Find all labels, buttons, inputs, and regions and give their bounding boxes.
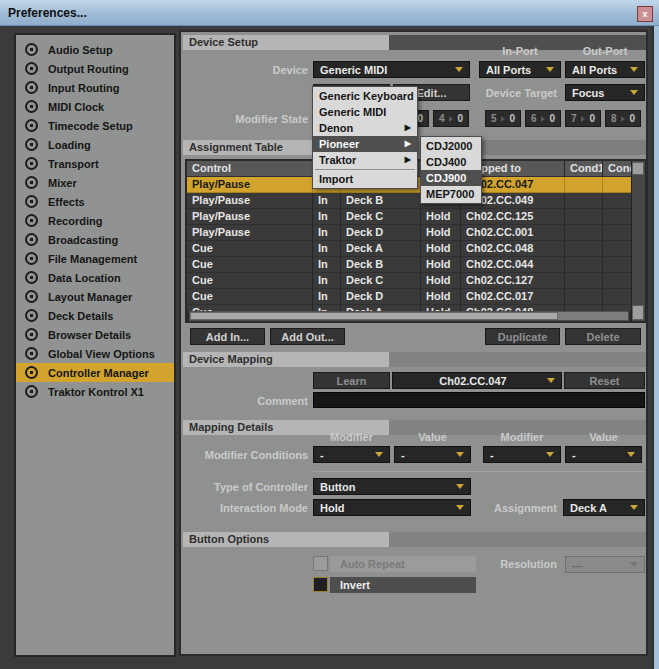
submenu-item-cdj2000[interactable]: CDJ2000 (421, 138, 481, 154)
assignment-select[interactable]: Deck A (563, 499, 645, 516)
radio-icon (25, 233, 38, 246)
button-options-header: Button Options (183, 532, 389, 547)
device-select[interactable]: Generic MIDI (313, 61, 470, 78)
sidebar-item-label: Transport (48, 158, 99, 170)
chevron-down-icon (630, 67, 638, 72)
table-row[interactable]: Cue In Deck C Hold Ch02.CC.127 (187, 273, 631, 289)
in-port-label: In-Port (479, 45, 561, 57)
sidebar-item-global-view-options[interactable]: Global View Options (16, 344, 174, 363)
radio-icon (25, 100, 38, 113)
modifier-value: 0 (509, 113, 515, 124)
sidebar-item-controller-manager[interactable]: Controller Manager (16, 363, 174, 382)
radio-icon (25, 157, 38, 170)
sidebar-item-loading[interactable]: Loading (16, 135, 174, 154)
sidebar-item-recording[interactable]: Recording (16, 211, 174, 230)
modifier-conditions-label: Modifier Conditions (170, 449, 308, 462)
device-target-select[interactable]: Focus (565, 84, 645, 101)
out-port-select[interactable]: All Ports (565, 61, 645, 78)
add-in-button[interactable]: Add In... (190, 328, 265, 345)
menu-separator (315, 169, 415, 170)
delete-button[interactable]: Delete (565, 328, 641, 345)
type-of-controller-value: Button (320, 481, 456, 493)
submenu-item-cdj900[interactable]: CDJ900 (421, 170, 481, 186)
assignment-label: Assignment (447, 502, 557, 515)
sidebar-item-browser-details[interactable]: Browser Details (16, 325, 174, 344)
cell-cond2 (603, 241, 631, 257)
vertical-scrollbar[interactable] (631, 161, 645, 321)
cell-assignment: Deck D (341, 225, 421, 241)
type-of-controller-select[interactable]: Button (313, 478, 471, 495)
cell-mode: Hold (421, 209, 461, 225)
submenu-item-cdj400[interactable]: CDJ400 (421, 154, 481, 170)
comment-input[interactable] (313, 392, 645, 408)
duplicate-button[interactable]: Duplicate (485, 328, 560, 345)
sidebar-item-input-routing[interactable]: Input Routing (16, 78, 174, 97)
sidebar-item-label: Output Routing (48, 63, 129, 75)
cell-cond2 (603, 273, 631, 289)
device-setup-header: Device Setup (183, 35, 389, 50)
arrow-right-icon (581, 116, 585, 122)
horizontal-scrollbar-thumb[interactable] (190, 312, 558, 320)
vertical-scrollbar-thumb[interactable] (632, 162, 644, 175)
sidebar-item-file-management[interactable]: File Management (16, 249, 174, 268)
submenu-arrow-icon: ▶ (405, 152, 411, 168)
sidebar-item-output-routing[interactable]: Output Routing (16, 59, 174, 78)
preferences-window: Preferences... x Audio Setup Output Rout… (0, 0, 659, 669)
condition-value: - (490, 449, 546, 461)
sidebar-item-data-location[interactable]: Data Location (16, 268, 174, 287)
menu-item-generic-midi[interactable]: Generic MIDI (313, 104, 417, 120)
learn-button[interactable]: Learn (313, 372, 390, 389)
sidebar-item-effects[interactable]: Effects (16, 192, 174, 211)
modifier-value: 0 (629, 113, 635, 124)
sidebar-item-transport[interactable]: Transport (16, 154, 174, 173)
mapped-value-select[interactable]: Ch02.CC.047 (392, 372, 562, 389)
column-header-cond2[interactable]: Cond2 (603, 161, 631, 177)
submenu-item-mep7000[interactable]: MEP7000 (421, 186, 481, 202)
cell-io: In (313, 289, 341, 305)
table-row[interactable]: Cue In Deck A Hold Ch02.CC.048 (187, 241, 631, 257)
menu-item-generic-keyboard[interactable]: Generic Keyboard (313, 88, 417, 104)
condition-value-2-select[interactable]: - (565, 446, 642, 463)
sidebar-item-audio-setup[interactable]: Audio Setup (16, 40, 174, 59)
cell-mode: Hold (421, 225, 461, 241)
sidebar-item-timecode-setup[interactable]: Timecode Setup (16, 116, 174, 135)
sidebar-item-layout-manager[interactable]: Layout Manager (16, 287, 174, 306)
modifier-condition-1-select[interactable]: - (313, 446, 390, 463)
sidebar-item-midi-clock[interactable]: MIDI Clock (16, 97, 174, 116)
radio-icon (25, 214, 38, 227)
in-port-select[interactable]: All Ports (479, 61, 561, 78)
in-port-select-value: All Ports (486, 64, 546, 76)
cell-io: In (313, 225, 341, 241)
resolution-select[interactable]: --- (565, 556, 645, 573)
column-header-cond1[interactable]: Cond1 (565, 161, 603, 177)
table-row[interactable]: Play/Pause In Deck C Hold Ch02.CC.125 (187, 209, 631, 225)
chevron-down-icon (455, 67, 463, 72)
menu-item-import[interactable]: Import (313, 171, 417, 187)
sidebar-item-traktor-kontrol-x1[interactable]: Traktor Kontrol X1 (16, 382, 174, 401)
modifier-number: 4 (439, 113, 445, 124)
modifier-state-box-6: 60 (525, 110, 561, 127)
menu-item-denon[interactable]: Denon▶ (313, 120, 417, 136)
window-frame-right (652, 26, 659, 669)
table-row[interactable]: Play/Pause In Deck D Hold Ch02.CC.001 (187, 225, 631, 241)
vertical-scrollbar-button[interactable] (632, 305, 644, 320)
close-button[interactable]: x (637, 6, 653, 22)
table-row[interactable]: Cue In Deck D Hold Ch02.CC.017 (187, 289, 631, 305)
titlebar[interactable]: Preferences... (0, 0, 659, 26)
add-out-button[interactable]: Add Out... (270, 328, 345, 345)
condition-value-1-select[interactable]: - (394, 446, 471, 463)
sidebar-item-broadcasting[interactable]: Broadcasting (16, 230, 174, 249)
arrow-right-icon (541, 116, 545, 122)
sidebar-item-mixer[interactable]: Mixer (16, 173, 174, 192)
column-header-control[interactable]: Control (187, 161, 313, 177)
modifier-condition-2-select[interactable]: - (483, 446, 561, 463)
reset-button[interactable]: Reset (564, 372, 645, 389)
auto-repeat-checkbox[interactable] (313, 556, 328, 571)
table-row[interactable]: Cue In Deck B Hold Ch02.CC.044 (187, 257, 631, 273)
sidebar-item-deck-details[interactable]: Deck Details (16, 306, 174, 325)
invert-checkbox[interactable] (313, 577, 328, 592)
radio-icon (25, 43, 38, 56)
menu-item-traktor[interactable]: Traktor▶ (313, 152, 417, 168)
menu-item-pioneer[interactable]: Pioneer▶ (313, 136, 417, 152)
table-row[interactable]: Play/Pause In Deck B Hold Ch02.CC.049 (187, 193, 631, 209)
